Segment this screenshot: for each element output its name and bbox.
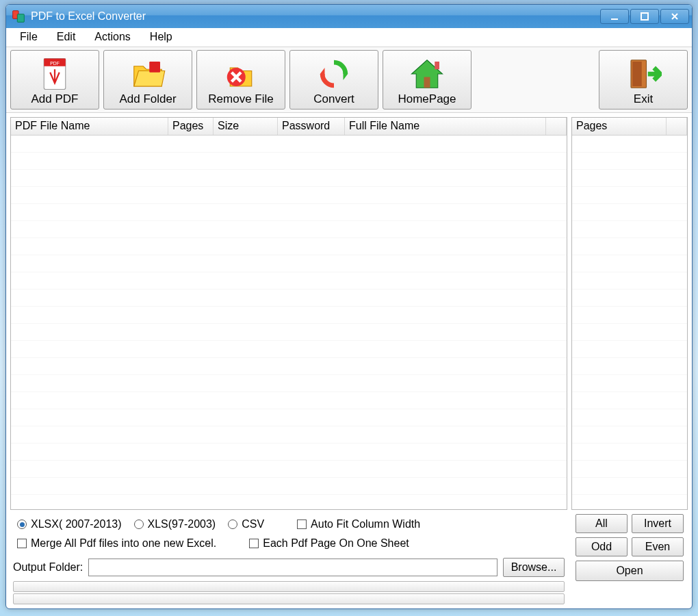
- format-xlsx-radio[interactable]: XLSX( 2007-2013): [17, 518, 122, 530]
- each-page-checkbox[interactable]: Each Pdf Page On One Sheet: [249, 537, 409, 550]
- output-label: Output Folder:: [13, 561, 83, 574]
- invert-button[interactable]: Invert: [632, 514, 684, 533]
- file-grid[interactable]: PDF File Name Pages Size Password Full F…: [10, 117, 567, 510]
- select-all-button[interactable]: All: [576, 514, 628, 533]
- checkbox-icon: [249, 539, 259, 548]
- add-pdf-button[interactable]: PDF Add PDF: [10, 50, 99, 110]
- format-csv-label: CSV: [242, 518, 264, 530]
- radio-icon: [134, 519, 144, 529]
- options-panel: XLSX( 2007-2013) XLS(97-2003) CSV Auto F…: [10, 514, 567, 555]
- file-grid-body[interactable]: [11, 136, 567, 509]
- svg-rect-12: [632, 62, 642, 86]
- add-folder-button[interactable]: Add Folder: [103, 50, 192, 110]
- svg-text:PDF: PDF: [50, 61, 60, 66]
- exit-label: Exit: [634, 92, 653, 106]
- col-filename[interactable]: PDF File Name: [11, 118, 168, 135]
- each-page-label: Each Pdf Page On One Sheet: [263, 537, 409, 550]
- close-button[interactable]: [660, 9, 689, 24]
- merge-label: Merge All Pdf files into one new Excel.: [31, 537, 216, 550]
- convert-icon: [315, 55, 352, 92]
- menu-file[interactable]: File: [10, 28, 47, 47]
- add-folder-label: Add Folder: [119, 92, 176, 106]
- exit-button[interactable]: Exit: [599, 50, 688, 110]
- col-size[interactable]: Size: [214, 118, 278, 135]
- radio-icon: [17, 519, 27, 529]
- convert-label: Convert: [313, 92, 354, 106]
- autofit-checkbox[interactable]: Auto Fit Column Width: [297, 518, 420, 530]
- app-icon: [12, 10, 25, 23]
- svg-rect-1: [17, 14, 24, 23]
- selection-buttons: All Invert Odd Even Open: [571, 514, 688, 587]
- open-button[interactable]: Open: [576, 561, 684, 581]
- checkbox-icon: [17, 539, 27, 548]
- toolbar: PDF Add PDF Add Folder Remove File Conve…: [6, 47, 692, 113]
- browse-button[interactable]: Browse...: [503, 558, 565, 577]
- convert-button[interactable]: Convert: [289, 50, 378, 110]
- maximize-button[interactable]: [630, 9, 659, 24]
- folder-icon: [129, 55, 166, 92]
- svg-rect-7: [149, 62, 160, 73]
- file-grid-header: PDF File Name Pages Size Password Full F…: [11, 118, 567, 136]
- titlebar[interactable]: PDF to Excel Converter: [6, 5, 692, 28]
- checkbox-icon: [297, 519, 307, 529]
- svg-rect-2: [611, 18, 618, 20]
- menu-edit[interactable]: Edit: [47, 28, 86, 47]
- col-spacer: [546, 118, 567, 135]
- output-row: Output Folder: Browse...: [10, 555, 567, 580]
- merge-checkbox[interactable]: Merge All Pdf files into one new Excel.: [17, 537, 216, 550]
- progress-bar-2: [13, 593, 565, 604]
- pages-grid[interactable]: Pages: [571, 117, 688, 510]
- col-side-spacer: [667, 118, 687, 135]
- progress-bar-1: [13, 581, 565, 592]
- col-pages[interactable]: Pages: [168, 118, 214, 135]
- homepage-button[interactable]: HomePage: [383, 50, 471, 110]
- home-icon: [409, 55, 445, 92]
- menubar: File Edit Actions Help: [6, 28, 692, 47]
- odd-button[interactable]: Odd: [576, 537, 628, 556]
- menu-actions[interactable]: Actions: [85, 28, 140, 47]
- remove-file-label: Remove File: [208, 92, 273, 106]
- col-side-pages[interactable]: Pages: [572, 118, 667, 135]
- homepage-label: HomePage: [398, 92, 456, 106]
- minimize-button[interactable]: [600, 9, 629, 24]
- remove-icon: [222, 55, 259, 92]
- bottom-panel: XLSX( 2007-2013) XLS(97-2003) CSV Auto F…: [6, 514, 692, 608]
- format-csv-radio[interactable]: CSV: [228, 518, 264, 530]
- add-pdf-label: Add PDF: [31, 92, 79, 106]
- format-xlsx-label: XLSX( 2007-2013): [31, 518, 122, 530]
- pdf-file-icon: PDF: [36, 55, 73, 92]
- format-xls-label: XLS(97-2003): [148, 518, 216, 530]
- format-xls-radio[interactable]: XLS(97-2003): [134, 518, 216, 530]
- workarea: PDF File Name Pages Size Password Full F…: [6, 113, 692, 514]
- exit-icon: [625, 55, 662, 92]
- autofit-label: Auto Fit Column Width: [311, 518, 420, 530]
- even-button[interactable]: Even: [632, 537, 684, 556]
- pages-grid-header: Pages: [572, 118, 687, 136]
- app-window: PDF to Excel Converter File Edit Actions…: [5, 4, 693, 609]
- radio-icon: [228, 519, 237, 529]
- menu-help[interactable]: Help: [140, 28, 182, 47]
- svg-rect-9: [424, 77, 430, 88]
- remove-file-button[interactable]: Remove File: [196, 50, 285, 110]
- pages-grid-body[interactable]: [572, 136, 687, 509]
- svg-rect-10: [435, 62, 439, 69]
- col-password[interactable]: Password: [278, 118, 345, 135]
- svg-rect-3: [641, 13, 648, 20]
- col-fullname[interactable]: Full File Name: [345, 118, 546, 135]
- app-title: PDF to Excel Converter: [31, 10, 146, 23]
- output-folder-input[interactable]: [88, 559, 497, 576]
